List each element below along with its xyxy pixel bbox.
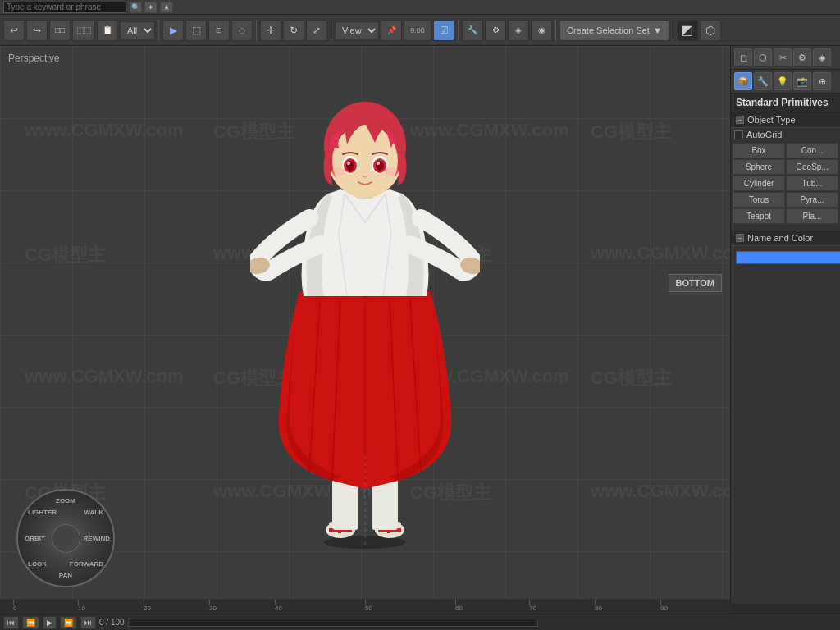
redo-button[interactable]: ↪ [26,20,48,41]
nav-wheel-center[interactable] [52,524,80,553]
object-type-header[interactable]: − Object Type [731,112,840,128]
panel-icon-2[interactable]: ⬡ [754,48,772,66]
panel-icon-5[interactable]: ◈ [813,48,831,66]
toolbar-icon-btn-1[interactable]: ✦ [144,2,158,13]
ruler-tick [660,599,661,605]
main-toolbar: ↩ ↪ □□ ⬚⬚ 📋 All ▶ ⬚ ⊡ ◌ ✛ ↻ ⤢ View 📌 0.0… [0,15,840,46]
geosphere-button[interactable]: GeoSp... [786,159,838,175]
panel-icon-10[interactable]: ⊕ [813,72,831,90]
con-button[interactable]: Con... [786,143,838,158]
panel-icon-row-1: ◻ ⬡ ✂ ⚙ ◈ [731,46,840,70]
ruler-mark: 40 [275,605,282,612]
prev-frame-button[interactable]: ⏪ [22,616,39,629]
right-tool-btn-1[interactable]: ◩ [677,20,698,41]
name-color-label: Name and Color [747,233,813,243]
dropdown-arrow-icon: ▼ [653,25,662,35]
separator-5 [555,20,556,41]
lighter-label: LIGHTER [28,509,57,516]
toolbar-icon-btn-2[interactable]: ★ [160,2,173,13]
search-input[interactable] [3,2,126,13]
object-name-input[interactable] [736,251,840,264]
region-select-button[interactable]: ⬚ [185,20,207,41]
ruler-tick [365,599,366,605]
pin-button[interactable]: 📌 [381,20,402,41]
svg-point-35 [384,167,399,176]
move-tool-button[interactable]: ✛ [260,20,281,41]
freeform-button[interactable]: ◌ [231,20,253,41]
ruler-tick [595,599,596,605]
look-label: LOOK [28,560,47,568]
name-input-row [734,249,837,266]
tool-btn-3[interactable]: ◈ [508,20,529,41]
autogrid-row: AutoGrid [731,128,840,141]
torus-button[interactable]: Torus [733,192,785,208]
ruler-mark: 30 [209,605,217,612]
ruler-mark: 90 [660,605,668,612]
tool-btn-4[interactable]: ◉ [531,20,552,41]
tool-btn-1[interactable]: 🔧 [462,20,483,41]
ruler-tick [209,599,210,605]
ruler-mark: 0 [13,605,16,612]
named-sets-button[interactable]: 📋 [97,20,118,41]
panel-icon-active[interactable]: 📦 [734,72,752,90]
sphere-button[interactable]: Sphere [733,159,785,175]
name-color-toggle[interactable]: − [736,234,744,242]
panel-icon-4[interactable]: ⚙ [793,48,811,66]
name-color-header[interactable]: − Name and Color [731,231,840,246]
navigation-wheel[interactable]: ZOOM PAN ORBIT REWIND LIGHTER WALK LOOK … [16,489,115,587]
panel-icon-1[interactable]: ◻ [734,48,752,66]
svg-point-33 [377,162,380,165]
tool-btn-2[interactable]: ⚙ [485,20,506,41]
mode-dropdown[interactable]: All [120,21,155,39]
orbit-label: ORBIT [25,535,45,542]
play-end-button[interactable]: ⏭ [80,616,96,629]
frame-counter: 0 / 100 [99,618,125,627]
panel-icon-3[interactable]: ✂ [774,48,792,66]
undo-button[interactable]: ↩ [3,20,25,41]
next-frame-button[interactable]: ⏩ [60,616,77,629]
right-tool-btn-2[interactable]: ⬡ [700,20,721,41]
timeline-ruler: 0102030405060708090 [0,599,730,614]
forward-label: FORWARD [70,560,103,568]
select-region-button[interactable]: ⊡ [208,20,230,41]
svg-point-34 [331,167,346,176]
box-mode-button[interactable]: □□ [49,20,71,41]
box-mode-button-2[interactable]: ⬚⬚ [72,20,95,41]
ruler-mark: 50 [365,605,372,612]
object-type-toggle[interactable]: − [736,116,744,124]
plane-button[interactable]: Pla... [786,208,838,224]
select-tool-button[interactable]: ▶ [162,20,184,41]
view-dropdown[interactable]: View [335,21,379,39]
tube-button[interactable]: Tub... [786,176,838,191]
box-button[interactable]: Box [733,143,785,158]
teapot-button[interactable]: Teapot [733,208,785,224]
pyramid-button[interactable]: Pyra... [786,192,838,208]
search-button[interactable]: 🔍 [129,2,142,13]
create-selection-button[interactable]: Create Selection Set ▼ [559,20,669,41]
panel-icon-8[interactable]: 💡 [774,72,792,90]
panel-icon-row-2: 📦 🔧 💡 📸 ⊕ [731,70,840,94]
toggle-button[interactable]: ☑ [433,20,454,41]
rewind-label: REWIND [84,535,110,542]
viewport[interactable]: Perspective www.CGMXW.com CG模型主 www.CGMX… [0,46,730,604]
primitives-grid: Box Con... Sphere GeoSp... Cylinder Tub.… [731,141,840,226]
autogrid-checkbox[interactable] [734,130,743,139]
ruler-tick [13,599,14,605]
panel-icon-9[interactable]: 📸 [793,72,811,90]
scale-tool-button[interactable]: ⤢ [306,20,327,41]
name-color-section [731,246,840,269]
ruler-tick [144,599,144,605]
play-back-button[interactable]: ⏮ [3,616,19,629]
play-button[interactable]: ▶ [43,616,57,629]
rotate-tool-button[interactable]: ↻ [283,20,304,41]
pan-label: PAN [59,572,72,579]
panel-title: Standard Primitives [731,94,840,112]
panel-icon-7[interactable]: 🔧 [754,72,772,90]
ruler-tick [455,599,456,605]
status-bar: ⏮ ⏪ ▶ ⏩ ⏭ 0 / 100 [0,614,840,630]
right-panel: ◻ ⬡ ✂ ⚙ ◈ 📦 🔧 💡 📸 ⊕ Standard Primitives … [730,46,840,604]
ruler-mark: 70 [529,605,536,612]
cylinder-button[interactable]: Cylinder [733,176,785,191]
zoom-label: ZOOM [56,497,75,504]
timeline-scroll[interactable] [128,619,538,627]
